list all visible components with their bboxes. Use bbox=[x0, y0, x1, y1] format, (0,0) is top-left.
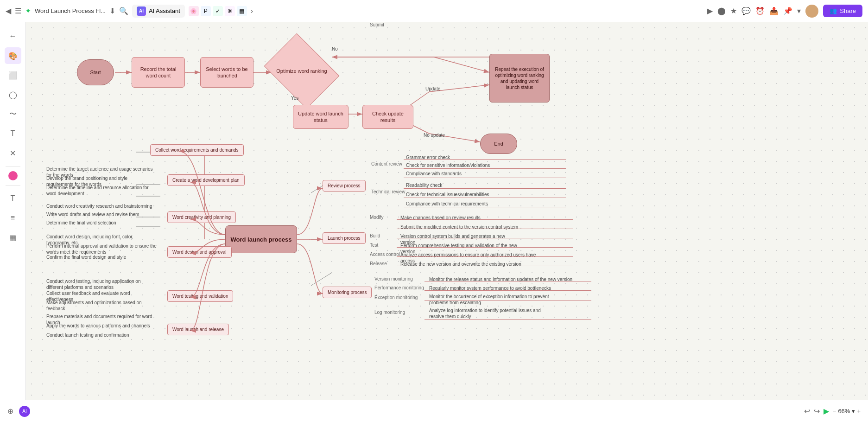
repeat-node[interactable]: Repeat the execution of optimizing word … bbox=[489, 54, 550, 102]
undo-icon[interactable]: ↩ bbox=[804, 407, 810, 416]
monitoring-process-node[interactable]: Monitoring process bbox=[323, 287, 372, 298]
detail-creativity: Conduct word creativity research and bra… bbox=[46, 203, 153, 209]
zoom-out-icon[interactable]: − bbox=[833, 408, 836, 415]
review-process-node[interactable]: Review process bbox=[323, 180, 366, 192]
detail-drafts: Write word drafts and review and revise … bbox=[46, 211, 153, 217]
bottombar: ⊕ AI ↩ ↪ ▶ − 66% ▾ + bbox=[0, 400, 868, 422]
play2-icon[interactable]: ▶ bbox=[824, 407, 829, 416]
review-line-5 bbox=[404, 198, 566, 198]
launch-release-node[interactable]: Word launch and release bbox=[167, 324, 229, 335]
bottombar-right: ↩ ↪ ▶ − 66% ▾ + bbox=[804, 407, 861, 416]
ai-assistant-label: AI Assistant bbox=[149, 7, 180, 14]
monitor-line-2 bbox=[424, 290, 591, 291]
sidebar-divider-1 bbox=[6, 166, 20, 166]
collect-requirements-node[interactable]: Collect word requirements and demands bbox=[150, 144, 244, 156]
share-button[interactable]: 👥 Share bbox=[823, 5, 862, 17]
share-icon: 👥 bbox=[830, 7, 837, 14]
develop-plan-node[interactable]: Create a word development plan bbox=[167, 174, 245, 186]
zoom-in-icon[interactable]: + bbox=[857, 408, 861, 415]
zoom-expand-icon[interactable]: ▾ bbox=[852, 408, 855, 415]
play-icon[interactable]: ▶ bbox=[707, 6, 713, 15]
record-word-count-node[interactable]: Record the total word count bbox=[132, 57, 185, 88]
submit-desc: Submit the modified content to the versi… bbox=[400, 224, 530, 230]
access-control-label: Access control bbox=[370, 252, 400, 257]
sidebar: ← 🎨 ⬜ ◯ 〜 T ✕ T ≡ ▦ ••• bbox=[0, 22, 26, 422]
version-monitoring-label: Version monitoring bbox=[374, 276, 413, 281]
svg-line-18 bbox=[311, 273, 332, 286]
search-icon[interactable]: 🔍 bbox=[119, 6, 128, 15]
check-results-node[interactable]: Check update results bbox=[362, 105, 413, 129]
compliance: Compliance with standards bbox=[406, 171, 508, 177]
redo-icon[interactable]: ↪ bbox=[814, 407, 820, 416]
tab-1[interactable]: 🌸 bbox=[189, 6, 199, 16]
launch-line-2 bbox=[397, 229, 573, 229]
sidebar-shape-icon[interactable]: ◯ bbox=[5, 86, 21, 103]
sidebar-color-pink[interactable] bbox=[8, 171, 18, 180]
design-node[interactable]: Word design and approval bbox=[167, 246, 232, 258]
creativity-node[interactable]: Word creativity and planning bbox=[167, 211, 236, 223]
optimize-ranking-node[interactable]: Optimize word ranking bbox=[272, 48, 332, 94]
monitor-line-3 bbox=[424, 301, 591, 301]
expand-icon[interactable]: ▾ bbox=[797, 6, 801, 15]
canvas[interactable]: Start Record the total word count Select… bbox=[26, 22, 868, 400]
sidebar-list-icon[interactable]: ≡ bbox=[5, 210, 21, 226]
tab-icons: 🌸 P ✓ ❋ ▦ bbox=[189, 6, 247, 16]
sidebar-eraser-icon[interactable]: ✕ bbox=[5, 145, 21, 161]
logo-icon: ✦ bbox=[25, 6, 31, 15]
end-node[interactable]: End bbox=[480, 134, 517, 154]
star-icon[interactable]: ★ bbox=[730, 6, 737, 15]
review-line-6 bbox=[404, 207, 566, 207]
notification-icon[interactable]: 💬 bbox=[741, 6, 751, 15]
update-launch-node[interactable]: Update word launch status bbox=[293, 105, 348, 129]
test-label: Test bbox=[370, 243, 378, 248]
content-review-label: Content review bbox=[371, 161, 402, 166]
detail-timeline: Determine the timeline and resource allo… bbox=[46, 185, 153, 197]
sidebar-text-icon[interactable]: T bbox=[5, 125, 21, 142]
tab-3[interactable]: ✓ bbox=[213, 6, 223, 16]
present-icon[interactable]: ⬤ bbox=[717, 6, 726, 15]
download-icon[interactable]: ⬇ bbox=[109, 6, 115, 15]
zoom-level: 66% bbox=[838, 408, 850, 415]
sidebar-frame-icon[interactable]: ⬜ bbox=[5, 67, 21, 83]
page-title: Word Launch Process Fl... bbox=[35, 7, 106, 14]
ai-assistant-button[interactable]: AI AI Assistant bbox=[132, 5, 185, 18]
bottombar-left: ⊕ AI bbox=[7, 406, 30, 417]
word-launch-process-node[interactable]: Word launch process bbox=[225, 225, 297, 253]
download2-icon[interactable]: 📥 bbox=[769, 6, 779, 15]
timer-icon[interactable]: ⏰ bbox=[755, 6, 765, 15]
launch-line-5 bbox=[397, 256, 573, 257]
optimize-text: Optimize word ranking bbox=[276, 68, 327, 74]
sidebar-text2-icon[interactable]: T bbox=[5, 190, 21, 207]
detail-launch-test: Conduct launch testing and confirmation bbox=[46, 332, 158, 338]
testing-node[interactable]: Word testing and validation bbox=[167, 290, 233, 302]
add-page-icon[interactable]: ⊕ bbox=[7, 407, 13, 416]
sensitive-check: Check for sensitive information/violatio… bbox=[406, 162, 526, 168]
release-label: Release bbox=[370, 261, 387, 266]
sidebar-table-icon[interactable]: ▦ bbox=[5, 229, 21, 246]
sidebar-palette-icon[interactable]: 🎨 bbox=[5, 47, 21, 64]
select-words-node[interactable]: Select words to be launched bbox=[200, 57, 253, 88]
sidebar-back-icon[interactable]: ← bbox=[5, 28, 21, 45]
sidebar-pen-icon[interactable]: 〜 bbox=[5, 106, 21, 122]
technical-issues: Check for technical issues/vulnerabiliti… bbox=[406, 192, 526, 198]
back-icon[interactable]: ◀ bbox=[6, 6, 11, 15]
start-node[interactable]: Start bbox=[77, 59, 114, 85]
detail-internal: Perform internal approval and validation… bbox=[46, 243, 158, 255]
tab-4[interactable]: ❋ bbox=[225, 6, 235, 16]
menu-icon[interactable]: ☰ bbox=[15, 6, 21, 15]
zoom-control[interactable]: − 66% ▾ + bbox=[833, 408, 861, 415]
exception-monitoring-label: Exception monitoring bbox=[374, 295, 418, 300]
version-desc: Monitor the release status and informati… bbox=[429, 276, 573, 282]
pin-icon[interactable]: 📌 bbox=[783, 6, 792, 15]
no-label: No bbox=[332, 46, 338, 51]
tab-5[interactable]: ▦ bbox=[237, 6, 247, 16]
chevron-icon[interactable]: › bbox=[251, 7, 253, 15]
monitor-line-1 bbox=[424, 281, 591, 281]
tab-2[interactable]: P bbox=[201, 6, 211, 16]
technical-compliance: Compliance with technical requirements bbox=[406, 201, 526, 207]
submit-label: Submit bbox=[370, 22, 384, 27]
launch-process-node[interactable]: Launch process bbox=[323, 232, 366, 244]
avatar[interactable] bbox=[805, 5, 818, 18]
user-avatar[interactable]: AI bbox=[19, 406, 30, 417]
modify-desc: Make changes based on review results bbox=[400, 215, 521, 221]
